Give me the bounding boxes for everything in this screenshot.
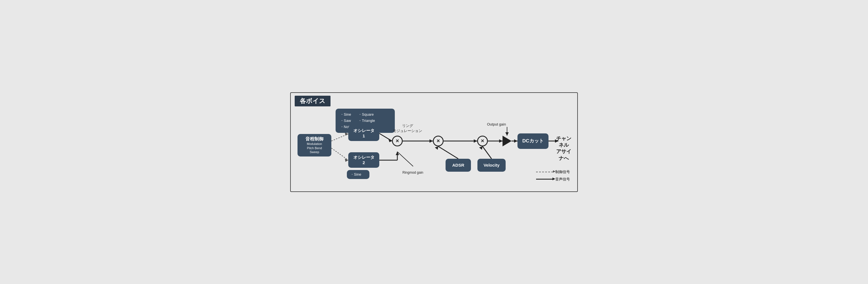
svg-marker-3	[345, 158, 348, 162]
block-osc1: オシレータ 1	[348, 126, 379, 141]
svg-line-22	[483, 146, 492, 159]
label-output-gain: Output gain	[487, 122, 506, 127]
callout-sine: ・Sine	[347, 170, 369, 179]
label-ringmod: リング モジュレーション	[393, 123, 422, 133]
svg-marker-5	[388, 139, 392, 142]
svg-line-19	[397, 152, 413, 166]
legend: 制御信号 音声信号	[536, 170, 570, 182]
legend-control: 制御信号	[536, 170, 570, 175]
circle-multiply-1: ×	[392, 136, 403, 146]
svg-line-20	[438, 146, 458, 159]
label-ringmod-gain: Ringmod gain	[402, 171, 423, 175]
svg-marker-21	[435, 146, 438, 150]
main-area: ・Sine ・Saw ・Noise ・Square ・Triangle ・PCM…	[295, 109, 573, 187]
svg-line-2	[331, 148, 348, 160]
pitch-sub: Modulation Pitch Bend Sweep	[305, 142, 323, 154]
circle-multiply-3: ×	[477, 136, 488, 146]
block-velocity: Velocity	[477, 159, 506, 172]
legend-solid-line	[536, 179, 553, 180]
block-adsr: ADSR	[445, 159, 471, 172]
pitch-title: 音程制御	[305, 136, 323, 142]
diagram-wrapper: 各ボイス	[290, 92, 578, 192]
block-osc2: オシレータ 2	[348, 152, 379, 168]
legend-audio: 音声信号	[536, 177, 570, 182]
svg-marker-7	[430, 139, 433, 143]
circle-multiply-2: ×	[433, 136, 443, 146]
block-pitch: 音程制御 Modulation Pitch Bend Sweep	[298, 134, 331, 156]
svg-marker-9	[474, 139, 477, 143]
svg-marker-25	[505, 132, 509, 136]
block-dc: DCカット	[518, 133, 549, 149]
title-box: 各ボイス	[295, 96, 331, 106]
svg-line-0	[331, 134, 348, 141]
triangle-amplifier	[502, 136, 512, 146]
svg-marker-18	[396, 152, 399, 155]
svg-marker-23	[479, 146, 483, 150]
svg-line-4	[379, 133, 392, 141]
svg-marker-11	[499, 139, 502, 143]
legend-dotted-line	[536, 172, 553, 172]
label-channel: チャンネル アサイナへ	[554, 135, 573, 162]
svg-marker-13	[514, 139, 518, 143]
